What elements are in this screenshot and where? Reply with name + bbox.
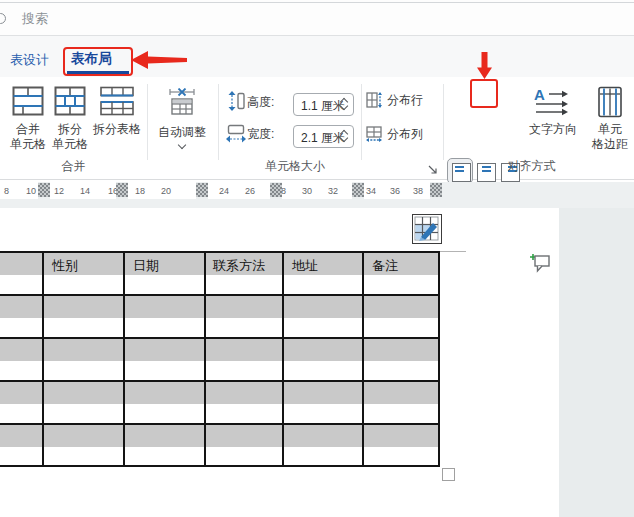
ruler-number: 12 [54, 186, 64, 196]
ruler-lower-strip [0, 199, 634, 208]
split-table-label: 拆分表格 [92, 122, 142, 136]
row-height-icon [227, 91, 245, 111]
table-header-contact[interactable]: 联系方法 [213, 257, 265, 275]
merge-cells-label2: 单元格 [5, 137, 51, 151]
col-width-label: 宽度: [247, 127, 274, 141]
cell-margins-icon [595, 86, 625, 118]
table-border [123, 251, 125, 467]
table-border [0, 337, 440, 339]
table-header-date[interactable]: 日期 [133, 257, 159, 275]
table-style-brush-button[interactable] [412, 214, 442, 244]
text-direction-icon: A [534, 87, 572, 117]
ruler-segment [208, 182, 270, 199]
ruler[interactable]: 8 10 12 14 16 18 20 24 26 28 30 32 34 36… [0, 182, 634, 199]
split-table-button[interactable]: 拆分表格 [92, 84, 142, 162]
group-label-merge: 合并 [0, 158, 147, 173]
annotation-arrow-down [476, 52, 493, 79]
table-header-gender[interactable]: 性别 [52, 257, 78, 275]
distribute-cols-button[interactable]: 分布列 [366, 126, 436, 144]
ruler-number: 30 [302, 186, 312, 196]
distribute-rows-icon [366, 92, 382, 108]
group-label-alignment: 对齐方式 [443, 158, 620, 173]
table-header-address[interactable]: 地址 [292, 257, 318, 275]
text-direction-label: 文字方向 [524, 122, 582, 136]
merge-cells-button[interactable]: 合并 单元格 [8, 84, 48, 162]
table-border [438, 251, 440, 467]
split-table-icon [99, 86, 135, 116]
search-input[interactable]: 搜索 [22, 10, 48, 28]
ruler-number: 10 [26, 186, 36, 196]
distribute-rows-button[interactable]: 分布行 [366, 92, 436, 110]
group-separator [361, 84, 362, 160]
table-border [0, 294, 440, 296]
ruler-number: 14 [80, 186, 90, 196]
row-height-input[interactable]: 1.1 厘米 [293, 93, 354, 116]
table-border [0, 251, 440, 253]
annotation-arrow-left [131, 50, 187, 70]
cell-margins-label2: 格边距 [586, 137, 634, 151]
ruler-column-marker[interactable] [352, 183, 364, 197]
ruler-column-marker[interactable] [38, 183, 50, 197]
split-cells-label: 拆分 [50, 122, 90, 136]
table-row-shading [0, 425, 440, 447]
svg-text:A: A [534, 87, 545, 103]
table-header-remark[interactable]: 备注 [372, 257, 398, 275]
merge-cells-label: 合并 [8, 122, 48, 136]
distribute-rows-label: 分布行 [387, 93, 423, 107]
merge-cells-icon [12, 86, 44, 116]
ruler-number: 18 [135, 186, 145, 196]
table-row-shading [0, 382, 440, 404]
add-comment-icon[interactable] [529, 252, 551, 273]
table-border [42, 251, 44, 467]
group-separator [147, 84, 148, 160]
ruler-column-marker[interactable] [430, 183, 442, 197]
table-row-shading [0, 296, 440, 318]
autofit-icon [169, 88, 195, 116]
table-brush-icon [413, 215, 440, 242]
chevron-down-icon [178, 141, 186, 149]
tab-table-design[interactable]: 表设计 [10, 51, 49, 69]
distribute-cols-label: 分布列 [387, 127, 423, 141]
table-border [0, 465, 440, 467]
table-border [0, 380, 440, 382]
ruler-number: 20 [161, 186, 171, 196]
row-height-label: 高度: [247, 95, 274, 109]
split-cells-label2: 单元格 [47, 137, 93, 151]
autofit-button[interactable]: 自动调整 [150, 84, 214, 162]
ruler-column-marker[interactable] [270, 183, 282, 197]
split-cells-button[interactable]: 拆分 单元格 [50, 84, 90, 162]
group-separator [218, 84, 219, 160]
ruler-number: 34 [366, 186, 376, 196]
split-cells-icon [54, 86, 86, 116]
table-border [204, 251, 206, 467]
ribbon: 合并 单元格 拆分 单元格 拆分表格 合并 [0, 77, 634, 180]
ruler-segment [282, 182, 352, 199]
distribute-cols-icon [366, 126, 382, 142]
table-border [362, 251, 364, 467]
ruler-number: 26 [245, 186, 255, 196]
col-width-value: 2.1 厘米 [301, 130, 345, 147]
ruler-number: 38 [413, 186, 423, 196]
ruler-column-marker[interactable] [116, 183, 128, 197]
table-resize-handle[interactable] [442, 468, 455, 481]
table-border [282, 251, 284, 467]
table-row-shading [0, 339, 440, 361]
col-width-icon [226, 124, 246, 143]
cell-margins-label: 单元 [586, 122, 634, 136]
ruler-number: 24 [219, 186, 229, 196]
ruler-column-marker[interactable] [196, 183, 208, 197]
dialog-launcher-icon[interactable] [427, 164, 439, 176]
table-row-end-line [440, 251, 466, 252]
row-height-value: 1.1 厘米 [301, 98, 345, 115]
cell-margins-button[interactable]: 单元 格边距 [586, 85, 634, 157]
search-box-top-border [0, 2, 634, 3]
group-separator [443, 84, 444, 160]
ruler-number: 8 [4, 186, 9, 196]
table-border [0, 423, 440, 425]
col-width-input[interactable]: 2.1 厘米 [293, 125, 354, 148]
annotation-rect-align-button [470, 79, 498, 108]
search-icon [0, 13, 6, 24]
text-direction-button[interactable]: A 文字方向 [524, 85, 582, 145]
ruler-number: 36 [390, 186, 400, 196]
group-label-cell-size: 单元格大小 [147, 158, 443, 173]
